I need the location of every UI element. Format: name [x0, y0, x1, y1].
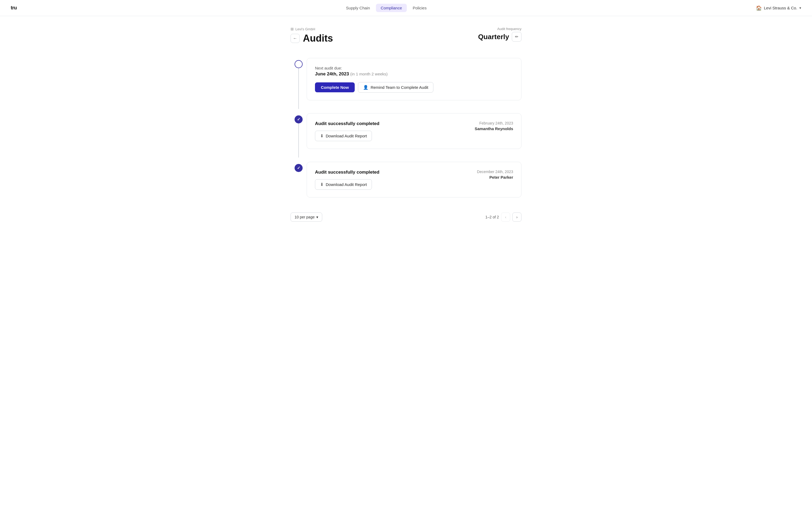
download-audit-1-label: Download Audit Report — [326, 134, 367, 138]
audit-2-left: Audit successfully completed ⬇ Download … — [315, 169, 379, 190]
pagination-prev-button[interactable]: ‹ — [501, 212, 510, 222]
header: tru Supply Chain Compliance Policies 🏠 L… — [0, 0, 812, 16]
remind-team-label: Remind Team to Complete Audit — [371, 85, 428, 90]
remind-icon: 👤 — [363, 85, 368, 90]
audit-2-date: December 24th, 2023 — [477, 169, 513, 174]
timeline-entry-completed-1: ✓ Audit successfully completed ⬇ Downloa… — [291, 109, 521, 157]
per-page-select[interactable]: 10 per page ▾ — [291, 212, 322, 222]
audit-2-right: December 24th, 2023 Peter Parker — [477, 169, 513, 180]
next-icon: › — [516, 215, 518, 219]
timeline-line-2 — [298, 123, 299, 157]
timeline-left-completed-1: ✓ — [291, 109, 307, 157]
audit-frequency-value: Quarterly — [478, 33, 509, 41]
audit-2-user: Peter Parker — [477, 175, 513, 180]
timeline-left-pending — [291, 54, 307, 109]
timeline-entry-pending: Next audit due: June 24th, 2023 (in 1 mo… — [291, 54, 521, 109]
house-icon: 🏠 — [756, 5, 762, 11]
per-page-label: 10 per page — [294, 215, 315, 219]
back-arrow-icon: ← — [293, 36, 297, 41]
nav-supply-chain[interactable]: Supply Chain — [341, 4, 375, 12]
audit-2-label: Audit successfully completed — [315, 169, 379, 175]
next-audit-date-relative: (in 1 month 2 weeks) — [350, 72, 388, 76]
audit-1-user: Samantha Reynolds — [475, 126, 513, 131]
next-audit-card-wrapper: Next audit due: June 24th, 2023 (in 1 mo… — [307, 54, 521, 109]
audit-1-label: Audit successfully completed — [315, 121, 379, 126]
audit-1-left: Audit successfully completed ⬇ Download … — [315, 121, 379, 141]
breadcrumb: ⊞ Levi's GmbH — [291, 27, 333, 31]
company-chevron-icon: ▾ — [799, 6, 801, 10]
remind-team-button[interactable]: 👤 Remind Team to Complete Audit — [358, 82, 433, 93]
download-icon-1: ⬇ — [320, 133, 323, 138]
pagination-range: 1–2 of 2 — [485, 215, 499, 219]
edit-frequency-button[interactable]: ✏ — [512, 32, 521, 42]
page-title-section: ⊞ Levi's GmbH ← Audits — [291, 27, 333, 44]
breadcrumb-text: Levi's GmbH — [295, 27, 315, 31]
audit-frequency-value-row: Quarterly ✏ — [478, 32, 521, 42]
timeline-dot-completed-2: ✓ — [294, 164, 303, 172]
nav-compliance[interactable]: Compliance — [376, 4, 407, 12]
next-audit-date: June 24th, 2023 (in 1 month 2 weeks) — [315, 71, 513, 77]
nav-policies[interactable]: Policies — [408, 4, 432, 12]
next-audit-date-text: June 24th, 2023 — [315, 71, 349, 76]
timeline-dot-completed-1: ✓ — [294, 115, 303, 123]
edit-icon: ✏ — [515, 34, 519, 39]
prev-icon: ‹ — [505, 215, 506, 219]
download-audit-2-button[interactable]: ⬇ Download Audit Report — [315, 179, 372, 190]
per-page-chevron-icon: ▾ — [316, 215, 318, 219]
audit-frequency-label: Audit frequency — [478, 27, 521, 31]
timeline: Next audit due: June 24th, 2023 (in 1 mo… — [291, 54, 521, 206]
page-header: ⊞ Levi's GmbH ← Audits Audit frequency Q… — [291, 27, 521, 44]
logo: tru — [11, 5, 17, 11]
next-audit-actions: Complete Now 👤 Remind Team to Complete A… — [315, 82, 513, 93]
checkmark-icon-1: ✓ — [297, 117, 301, 122]
audit-1-card: Audit successfully completed ⬇ Download … — [307, 113, 521, 149]
download-icon-2: ⬇ — [320, 182, 323, 187]
back-button[interactable]: ← — [291, 34, 300, 43]
pagination-controls: 1–2 of 2 ‹ › — [485, 212, 521, 222]
page-title: Audits — [303, 33, 333, 44]
main-nav: Supply Chain Compliance Policies — [341, 4, 432, 12]
main-content: ⊞ Levi's GmbH ← Audits Audit frequency Q… — [285, 16, 527, 238]
timeline-line-1 — [298, 68, 299, 109]
timeline-left-completed-2: ✓ — [291, 157, 307, 206]
pagination-next-button[interactable]: › — [512, 212, 521, 222]
checkmark-icon-2: ✓ — [297, 166, 301, 170]
download-audit-2-label: Download Audit Report — [326, 182, 367, 187]
audit-2-card-inner: Audit successfully completed ⬇ Download … — [315, 169, 513, 190]
audit-1-card-inner: Audit successfully completed ⬇ Download … — [315, 121, 513, 141]
title-row: ← Audits — [291, 33, 333, 44]
audit-2-card: Audit successfully completed ⬇ Download … — [307, 162, 521, 197]
building-icon: ⊞ — [291, 27, 294, 31]
audit-1-date: February 24th, 2023 — [475, 121, 513, 125]
download-audit-1-button[interactable]: ⬇ Download Audit Report — [315, 131, 372, 141]
audit-1-right: February 24th, 2023 Samantha Reynolds — [475, 121, 513, 131]
company-name: Levi Strauss & Co. — [764, 6, 797, 10]
timeline-dot-pending — [294, 60, 303, 68]
complete-now-button[interactable]: Complete Now — [315, 82, 355, 92]
audit-2-card-wrapper: Audit successfully completed ⬇ Download … — [307, 157, 521, 206]
audit-1-card-wrapper: Audit successfully completed ⬇ Download … — [307, 109, 521, 157]
audit-frequency-section: Audit frequency Quarterly ✏ — [478, 27, 521, 42]
pagination: 10 per page ▾ 1–2 of 2 ‹ › — [291, 212, 521, 222]
company-selector[interactable]: 🏠 Levi Strauss & Co. ▾ — [756, 5, 801, 11]
next-audit-card: Next audit due: June 24th, 2023 (in 1 mo… — [307, 58, 521, 100]
timeline-entry-completed-2: ✓ Audit successfully completed ⬇ Downloa… — [291, 157, 521, 206]
next-audit-label: Next audit due: — [315, 66, 513, 70]
